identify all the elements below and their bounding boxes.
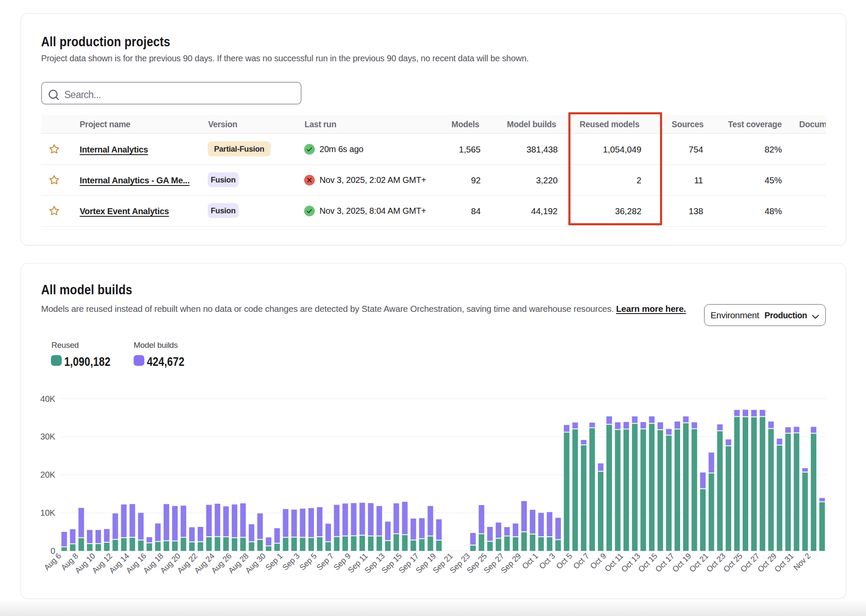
- svg-text:20K: 20K: [40, 470, 56, 479]
- svg-text:Oct 19: Oct 19: [670, 551, 693, 574]
- svg-text:Oct 23: Oct 23: [705, 551, 727, 574]
- svg-text:Oct 15: Oct 15: [636, 551, 659, 574]
- svg-text:Oct 31: Oct 31: [773, 551, 795, 574]
- svg-text:Oct 13: Oct 13: [619, 551, 642, 574]
- svg-text:Oct 17: Oct 17: [654, 551, 676, 574]
- svg-text:40K: 40K: [40, 394, 56, 404]
- svg-text:Sep 1: Sep 1: [263, 551, 284, 572]
- svg-text:Sep 5: Sep 5: [298, 551, 318, 572]
- svg-text:10K: 10K: [40, 508, 56, 517]
- svg-text:Oct 21: Oct 21: [687, 551, 710, 574]
- svg-text:Nov 2: Nov 2: [791, 551, 812, 572]
- svg-text:Sep 3: Sep 3: [281, 551, 301, 572]
- svg-text:Oct 1: Oct 1: [520, 551, 540, 571]
- svg-text:Oct 25: Oct 25: [722, 551, 744, 574]
- svg-text:Oct 29: Oct 29: [756, 551, 778, 574]
- svg-text:Oct 5: Oct 5: [554, 551, 573, 571]
- svg-text:Oct 3: Oct 3: [538, 551, 557, 571]
- svg-text:Sep 7: Sep 7: [315, 551, 335, 572]
- svg-text:30K: 30K: [40, 432, 56, 441]
- svg-text:Oct 7: Oct 7: [571, 551, 591, 571]
- svg-text:Oct 27: Oct 27: [739, 551, 761, 574]
